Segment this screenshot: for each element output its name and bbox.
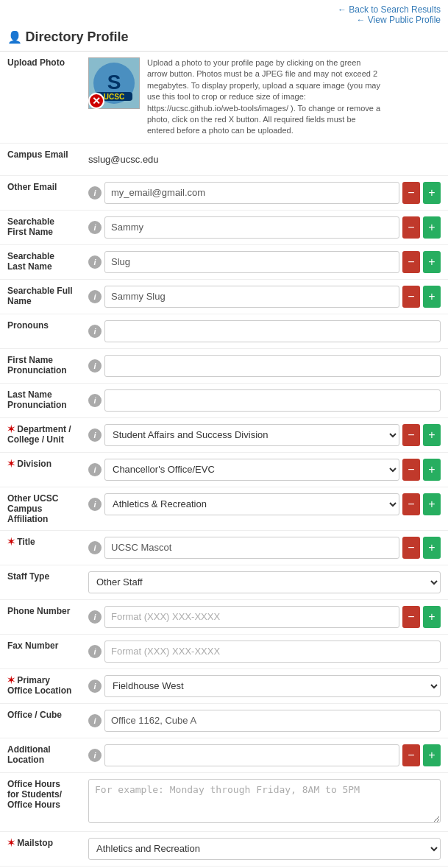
division-select[interactable]: Chancellor's Office/EVC [104,459,399,481]
upload-photo-description: Upload a photo to your profile page by c… [147,57,383,137]
department-info-button[interactable]: i [88,428,102,442]
fax-number-input[interactable] [104,641,441,663]
mailstop-cell: Athletics and Recreation Other [81,831,448,866]
title-minus-button[interactable]: − [402,537,420,559]
fax-number-label: Fax Number [0,634,81,668]
division-label: ✶ Division [0,452,81,487]
photo-thumbnail: S UCSC ✕ [88,57,140,109]
phone-number-plus-button[interactable]: + [423,606,441,628]
searchable-last-name-label: Searchable Last Name [0,244,81,279]
department-minus-button[interactable]: − [402,424,420,446]
searchable-last-name-minus-button[interactable]: − [402,251,420,273]
searchable-full-name-plus-button[interactable]: + [423,286,441,308]
other-affiliation-plus-button[interactable]: + [423,493,441,515]
campus-email-cell: sslug@ucsc.edu [81,143,448,175]
office-cube-label: Office / Cube [0,703,81,738]
office-cube-input[interactable] [104,710,441,732]
additional-location-info-button[interactable]: i [88,749,102,762]
office-cube-cell: i [81,703,448,738]
searchable-full-name-cell: i − + [81,279,448,314]
pronouns-info-button[interactable]: i [88,325,102,338]
first-name-pronunciation-info-button[interactable]: i [88,359,102,373]
other-email-minus-button[interactable]: − [402,182,420,204]
first-name-pronunciation-cell: i [81,348,448,383]
primary-office-required-star: ✶ [7,675,17,685]
title-cell: i − + [81,530,448,565]
upload-photo-label: Upload Photo [0,52,81,143]
upload-photo-cell: S UCSC ✕ Upload a photo to your profile … [81,52,448,143]
other-email-info-button[interactable]: i [88,186,102,200]
additional-location-plus-button[interactable]: + [423,744,441,766]
office-hours-textarea[interactable] [88,779,441,823]
title-input[interactable] [104,537,399,559]
additional-location-label: Additional Location [0,738,81,772]
searchable-full-name-label: Searchable Full Name [0,279,81,314]
searchable-first-name-minus-button[interactable]: − [402,216,420,239]
primary-office-location-info-button[interactable]: i [88,680,102,693]
campus-email-label: Campus Email [0,143,81,175]
title-plus-button[interactable]: + [423,537,441,559]
phone-number-input[interactable] [104,606,399,628]
view-public-profile-link[interactable]: View Public Profile [7,15,441,25]
additional-location-input[interactable] [104,744,399,766]
other-affiliation-select[interactable]: Athletics & Recreation [104,493,399,515]
mailstop-select[interactable]: Athletics and Recreation Other [88,838,441,860]
last-name-pronunciation-info-button[interactable]: i [88,394,102,407]
other-affiliation-info-button[interactable]: i [88,498,102,511]
searchable-full-name-info-button[interactable]: i [88,290,102,303]
primary-office-location-select[interactable]: Fieldhouse West [104,675,441,697]
searchable-last-name-cell: i − + [81,244,448,279]
staff-type-cell: Other Staff Academic Staff Student Staff [81,565,448,599]
title-label: ✶ Title [0,530,81,565]
department-plus-button[interactable]: + [423,424,441,446]
other-email-input[interactable] [104,182,399,204]
division-info-button[interactable]: i [88,463,102,476]
phone-number-label: Phone Number [0,599,81,634]
additional-location-minus-button[interactable]: − [402,744,420,766]
pronouns-cell: i [81,314,448,348]
fax-number-cell: i [81,634,448,668]
pronouns-label: Pronouns [0,314,81,348]
division-cell: i Chancellor's Office/EVC − + [81,452,448,487]
searchable-first-name-input[interactable] [104,216,399,239]
page-title: Directory Profile [0,27,448,52]
pronouns-input[interactable] [104,320,441,342]
searchable-full-name-minus-button[interactable]: − [402,286,420,308]
mailstop-required-star: ✶ [7,838,17,848]
searchable-first-name-cell: i − + [81,210,448,244]
primary-office-location-cell: i Fieldhouse West [81,668,448,703]
division-required-star: ✶ [7,459,17,469]
svg-text:S: S [107,71,121,93]
other-email-cell: i − + [81,175,448,210]
title-info-button[interactable]: i [88,541,102,554]
additional-location-cell: i − + [81,738,448,772]
staff-type-select[interactable]: Other Staff Academic Staff Student Staff [88,571,441,593]
phone-number-minus-button[interactable]: − [402,606,420,628]
other-email-plus-button[interactable]: + [423,182,441,204]
office-hours-label: Office Hours for Students/ Office Hours [0,772,81,831]
remove-photo-button[interactable]: ✕ [88,93,104,109]
searchable-full-name-input[interactable] [104,286,399,308]
last-name-pronunciation-input[interactable] [104,389,441,412]
mailstop-label: ✶ Mailstop [0,831,81,866]
other-affiliation-cell: i Athletics & Recreation − + [81,487,448,530]
phone-number-info-button[interactable]: i [88,610,102,624]
top-navigation: Back to Search Results View Public Profi… [0,0,448,27]
searchable-last-name-info-button[interactable]: i [88,255,102,269]
searchable-first-name-label: Searchable First Name [0,210,81,244]
fax-number-info-button[interactable]: i [88,645,102,658]
division-minus-button[interactable]: − [402,459,420,481]
last-name-pronunciation-label: Last Name Pronunciation [0,383,81,417]
primary-office-location-label: ✶ Primary Office Location [0,668,81,703]
back-to-search-link[interactable]: Back to Search Results [7,4,441,15]
department-select[interactable]: Student Affairs and Success Division [104,424,399,446]
other-affiliation-minus-button[interactable]: − [402,493,420,515]
other-email-label: Other Email [0,175,81,210]
searchable-last-name-input[interactable] [104,251,399,273]
first-name-pronunciation-input[interactable] [104,355,441,377]
office-cube-info-button[interactable]: i [88,714,102,727]
division-plus-button[interactable]: + [423,459,441,481]
searchable-last-name-plus-button[interactable]: + [423,251,441,273]
searchable-first-name-plus-button[interactable]: + [423,216,441,239]
searchable-first-name-info-button[interactable]: i [88,221,102,234]
